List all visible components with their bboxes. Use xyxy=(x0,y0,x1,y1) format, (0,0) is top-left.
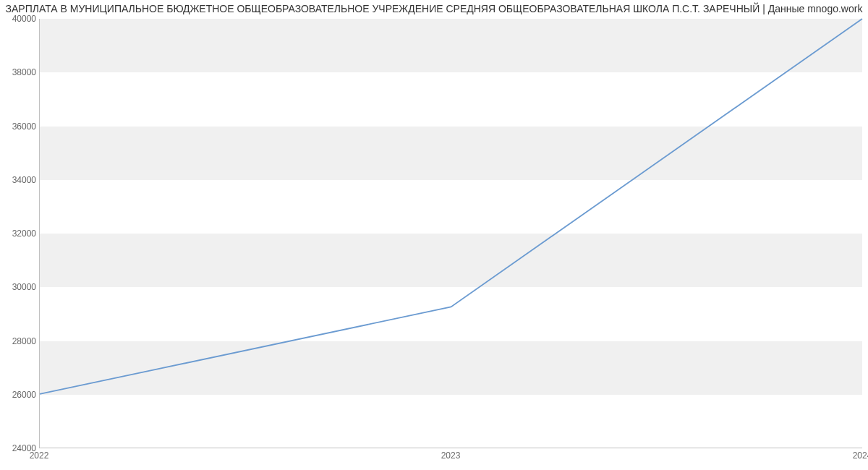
x-tick-label: 2024 xyxy=(853,450,868,461)
y-tick-label: 32000 xyxy=(4,228,36,239)
chart-title: ЗАРПЛАТА В МУНИЦИПАЛЬНОЕ БЮДЖЕТНОЕ ОБЩЕО… xyxy=(0,3,868,14)
y-tick-label: 40000 xyxy=(4,14,36,24)
y-tick-label: 36000 xyxy=(4,121,36,132)
y-tick-label: 38000 xyxy=(4,67,36,77)
y-tick-label: 34000 xyxy=(4,175,36,185)
data-series-line xyxy=(40,19,862,394)
chart-container: ЗАРПЛАТА В МУНИЦИПАЛЬНОЕ БЮДЖЕТНОЕ ОБЩЕО… xyxy=(0,0,868,470)
line-layer xyxy=(40,19,862,448)
x-tick-label: 2023 xyxy=(441,450,461,461)
y-tick-label: 30000 xyxy=(4,282,36,292)
plot-area xyxy=(39,19,862,448)
y-tick-label: 28000 xyxy=(4,336,36,346)
x-tick-label: 2022 xyxy=(30,450,49,461)
y-tick-label: 26000 xyxy=(4,390,36,400)
